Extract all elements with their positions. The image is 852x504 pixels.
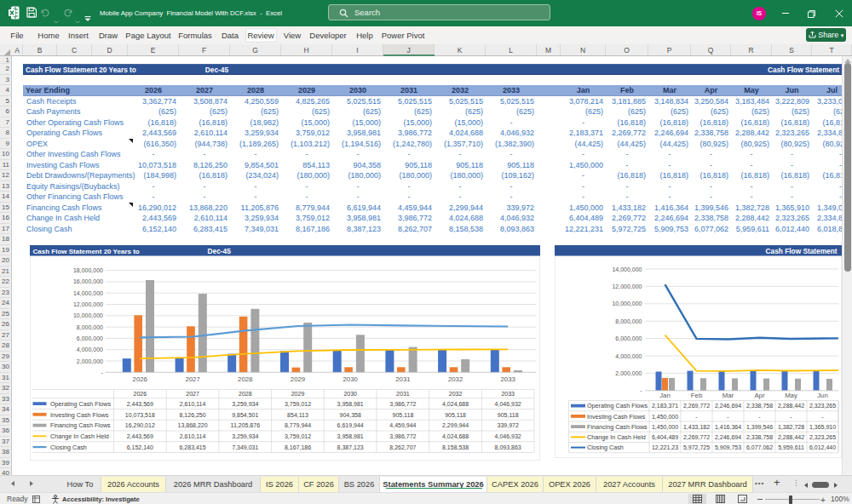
svg-text:6,619,944: 6,619,944 — [337, 422, 364, 428]
svg-text:Closing Cash: Closing Cash — [50, 444, 87, 451]
svg-text:2,288,442: 2,288,442 — [778, 403, 804, 409]
svg-text:8,387,123: 8,387,123 — [337, 444, 364, 450]
svg-text:1,399,546: 1,399,546 — [746, 424, 773, 430]
svg-text:Jan: Jan — [659, 392, 671, 399]
svg-text:2026: 2026 — [133, 375, 147, 383]
svg-text:1,382,728: 1,382,728 — [778, 424, 804, 430]
svg-text:3,986,772: 3,986,772 — [389, 433, 416, 439]
svg-text:2,323,265: 2,323,265 — [809, 403, 836, 409]
svg-text:Investing Cash Flows: Investing Cash Flows — [587, 413, 646, 421]
svg-text:2032: 2032 — [449, 391, 463, 397]
svg-text:5,909,753: 5,909,753 — [715, 444, 741, 450]
svg-text:9,854,501: 9,854,501 — [232, 412, 258, 418]
svg-text:Change In Cash Held: Change In Cash Held — [50, 432, 109, 440]
svg-text:339,972: 339,972 — [498, 422, 519, 428]
svg-text:2027: 2027 — [186, 391, 199, 397]
svg-text:5,959,611: 5,959,611 — [778, 444, 804, 450]
svg-text:1,416,364: 1,416,364 — [715, 424, 741, 430]
svg-text:1,433,182: 1,433,182 — [683, 424, 710, 430]
svg-text:905,118: 905,118 — [393, 412, 414, 418]
svg-text:1,365,910: 1,365,910 — [809, 424, 836, 430]
svg-text:8,262,707: 8,262,707 — [389, 444, 416, 450]
svg-text:904,358: 904,358 — [340, 412, 361, 418]
svg-text:6,000,000: 6,000,000 — [615, 335, 642, 341]
svg-text:2,338,758: 2,338,758 — [746, 403, 773, 409]
svg-text:2,000,000: 2,000,000 — [615, 370, 642, 376]
svg-text:Operating Cash Flows: Operating Cash Flows — [50, 400, 112, 408]
svg-text:3,986,772: 3,986,772 — [389, 401, 416, 407]
svg-text:4,000,000: 4,000,000 — [615, 353, 642, 359]
svg-text:16,290,012: 16,290,012 — [125, 422, 155, 428]
svg-text:Cash Flow Statement 20 Years t: Cash Flow Statement 20 Years to — [33, 248, 140, 255]
svg-text:2029: 2029 — [291, 391, 305, 397]
svg-text:13,868,220: 13,868,220 — [178, 422, 208, 428]
svg-text:3,259,934: 3,259,934 — [232, 433, 258, 439]
svg-text:12,000,000: 12,000,000 — [73, 301, 103, 307]
svg-text:2028: 2028 — [239, 391, 252, 397]
svg-text:8,000,000: 8,000,000 — [615, 318, 642, 324]
svg-text:2,288,442: 2,288,442 — [778, 434, 804, 440]
svg-text:2,610,114: 2,610,114 — [180, 401, 206, 407]
svg-text:3,259,934: 3,259,934 — [232, 401, 258, 407]
svg-text:10,000,000: 10,000,000 — [73, 312, 103, 318]
svg-text:8,158,538: 8,158,538 — [442, 444, 469, 450]
svg-text:Operating Cash Flows: Operating Cash Flows — [587, 402, 648, 410]
svg-text:3,958,981: 3,958,981 — [337, 401, 364, 407]
svg-text:2,246,694: 2,246,694 — [715, 403, 741, 409]
svg-text:8,779,944: 8,779,944 — [285, 422, 311, 428]
svg-text:5,972,725: 5,972,725 — [683, 444, 710, 450]
svg-text:11,205,876: 11,205,876 — [231, 422, 261, 428]
svg-text:4,024,688: 4,024,688 — [442, 401, 469, 407]
svg-text:2029: 2029 — [291, 375, 305, 383]
svg-text:10,000,000: 10,000,000 — [612, 301, 642, 306]
svg-text:10,073,518: 10,073,518 — [125, 412, 155, 418]
svg-text:Closing Cash: Closing Cash — [587, 444, 624, 451]
svg-text:2,299,944: 2,299,944 — [442, 422, 469, 428]
svg-text:2,610,114: 2,610,114 — [180, 433, 206, 439]
svg-text:May: May — [785, 392, 797, 399]
svg-text:2,246,694: 2,246,694 — [715, 434, 741, 440]
svg-text:12,000,000: 12,000,000 — [612, 284, 642, 289]
svg-text:4,024,688: 4,024,688 — [442, 433, 469, 439]
svg-text:8,126,250: 8,126,250 — [180, 412, 206, 418]
svg-text:2033: 2033 — [501, 391, 515, 397]
svg-text:8,167,186: 8,167,186 — [285, 444, 311, 450]
svg-text:Dec-45: Dec-45 — [208, 247, 232, 255]
svg-text:Financing Cash Flows: Financing Cash Flows — [587, 423, 648, 431]
svg-text:2,443,569: 2,443,569 — [127, 433, 153, 439]
svg-text:4,459,944: 4,459,944 — [389, 422, 416, 428]
svg-text:2031: 2031 — [395, 375, 410, 383]
svg-text:905,118: 905,118 — [445, 412, 466, 418]
svg-text:Apr: Apr — [754, 392, 765, 399]
svg-text:14,000,000: 14,000,000 — [612, 266, 642, 272]
svg-text:3,958,981: 3,958,981 — [337, 433, 364, 439]
svg-text:2026: 2026 — [134, 391, 147, 397]
svg-text:8,000,000: 8,000,000 — [77, 324, 103, 330]
svg-text:Change In Cash Held: Change In Cash Held — [587, 433, 646, 441]
svg-text:16,000,000: 16,000,000 — [73, 278, 103, 284]
svg-text:4,000,000: 4,000,000 — [77, 346, 103, 352]
svg-text:2,269,772: 2,269,772 — [683, 403, 710, 409]
svg-text:Jun: Jun — [817, 392, 828, 399]
svg-text:7,349,031: 7,349,031 — [232, 444, 258, 450]
svg-text:Investing Cash Flows: Investing Cash Flows — [50, 411, 109, 419]
svg-text:3,759,012: 3,759,012 — [285, 433, 311, 439]
svg-text:Feb: Feb — [691, 392, 703, 399]
svg-text:6,152,140: 6,152,140 — [127, 444, 153, 450]
svg-text:Financing Cash Flows: Financing Cash Flows — [50, 421, 111, 429]
svg-text:905,118: 905,118 — [498, 412, 519, 418]
svg-text:2,338,758: 2,338,758 — [746, 434, 773, 440]
svg-text:3,759,012: 3,759,012 — [285, 401, 311, 407]
svg-text:2030: 2030 — [343, 375, 359, 383]
svg-text:2028: 2028 — [238, 375, 252, 383]
svg-text:2027: 2027 — [185, 375, 199, 383]
svg-text:4,046,932: 4,046,932 — [495, 433, 521, 439]
svg-text:6,077,062: 6,077,062 — [746, 444, 773, 450]
svg-text:Mar: Mar — [722, 392, 734, 399]
svg-text:1,450,000: 1,450,000 — [652, 424, 678, 430]
svg-text:2032: 2032 — [448, 375, 463, 383]
svg-text:2,183,371: 2,183,371 — [652, 403, 678, 409]
svg-text:Cash Flow Statement: Cash Flow Statement — [766, 247, 838, 255]
svg-text:6,012,440: 6,012,440 — [809, 444, 836, 450]
svg-text:2,443,569: 2,443,569 — [127, 401, 153, 407]
